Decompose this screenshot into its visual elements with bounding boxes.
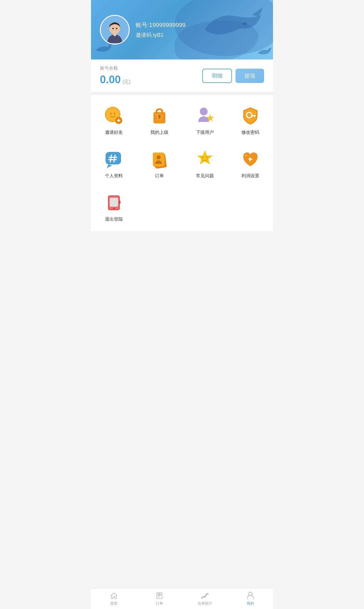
svg-point-45 <box>113 208 115 209</box>
menu-label-my-superior: 我的上级 <box>150 130 168 135</box>
svg-point-0 <box>242 22 247 25</box>
svg-point-10 <box>114 113 115 114</box>
balance-number: 0.00 <box>100 73 121 86</box>
svg-rect-24 <box>254 115 255 117</box>
menu-item-my-superior[interactable]: 我的上级 <box>136 98 182 141</box>
avatar-image <box>101 16 128 43</box>
menu-grid: 邀请好友 <box>91 98 273 228</box>
whale-small-left-icon <box>94 43 112 54</box>
menu-item-orders[interactable]: 订单 <box>136 141 182 185</box>
svg-rect-43 <box>110 198 118 207</box>
menu-label-sub-users: 下级用户 <box>196 130 214 135</box>
user-info: 账号:19999999999 邀请码:iyB1 <box>136 21 186 39</box>
svg-point-37 <box>206 156 208 158</box>
menu-section: 邀请好友 <box>91 95 273 231</box>
menu-item-sub-users[interactable]: 下级用户 <box>182 98 228 141</box>
svg-rect-18 <box>159 117 160 119</box>
my-superior-icon <box>149 105 170 126</box>
svg-point-36 <box>202 156 204 158</box>
profile-icon <box>103 149 124 169</box>
change-password-icon <box>240 105 261 126</box>
divider <box>91 92 273 95</box>
menu-item-invite-friend[interactable]: 邀请好友 <box>91 98 136 141</box>
svg-point-40 <box>245 155 247 156</box>
svg-point-5 <box>116 28 117 29</box>
menu-item-logout[interactable]: 退出登陆 <box>91 185 136 228</box>
menu-label-logout: 退出登陆 <box>105 216 123 222</box>
svg-point-9 <box>110 113 112 114</box>
invite-friend-icon <box>103 105 124 126</box>
menu-item-change-password[interactable]: 修改密码 <box>228 98 273 141</box>
svg-point-20 <box>200 108 208 115</box>
user-account: 账号:19999999999 <box>136 21 186 29</box>
header-banner: 账号:19999999999 邀请码:iyB1 <box>91 0 273 59</box>
menu-label-invite-friend: 邀请好友 <box>105 130 123 135</box>
balance-label: 账号余额 <box>100 65 131 71</box>
menu-item-profit-settings[interactable]: 利润设置 <box>228 141 273 185</box>
svg-point-4 <box>112 28 114 29</box>
profit-settings-icon <box>240 149 261 169</box>
orders-icon <box>149 149 170 169</box>
svg-marker-35 <box>197 150 213 164</box>
menu-label-change-password: 修改密码 <box>241 130 259 135</box>
page-content: 账号:19999999999 邀请码:iyB1 账号余额 0.00 (元) 明细… <box>91 0 273 255</box>
svg-rect-26 <box>106 152 121 164</box>
avatar <box>100 15 130 45</box>
logout-icon <box>103 192 124 213</box>
balance-unit: (元) <box>123 79 131 85</box>
menu-label-orders: 订单 <box>155 173 164 179</box>
menu-label-profile: 个人资料 <box>105 173 123 179</box>
svg-point-34 <box>156 155 161 159</box>
balance-section: 账号余额 0.00 (元) 明细 提现 <box>91 59 273 92</box>
svg-rect-25 <box>252 115 253 117</box>
balance-amount: 0.00 (元) <box>100 73 131 86</box>
svg-rect-39 <box>250 157 251 161</box>
menu-item-profile[interactable]: 个人资料 <box>91 141 136 185</box>
whale-main-icon <box>199 6 264 42</box>
user-invite-code: 邀请码:iyB1 <box>136 32 186 39</box>
menu-label-faq: 常见问题 <box>196 173 214 179</box>
svg-point-19 <box>155 114 156 115</box>
whale-small-right-icon <box>257 48 272 56</box>
faq-icon <box>194 149 215 169</box>
detail-button[interactable]: 明细 <box>202 69 232 83</box>
balance-left: 账号余额 0.00 (元) <box>100 65 131 86</box>
sub-users-icon <box>194 105 215 126</box>
menu-label-profit-settings: 利润设置 <box>241 173 259 179</box>
menu-item-faq[interactable]: 常见问题 <box>182 141 228 185</box>
balance-buttons: 明细 提现 <box>202 69 264 83</box>
withdraw-button[interactable]: 提现 <box>236 69 264 83</box>
svg-rect-13 <box>118 119 119 122</box>
svg-rect-44 <box>119 201 120 204</box>
